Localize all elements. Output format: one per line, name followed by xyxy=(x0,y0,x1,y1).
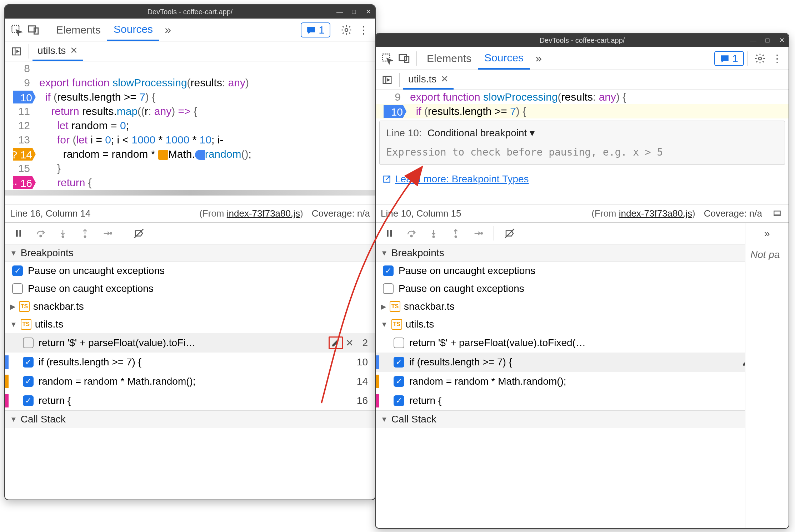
checkbox-checked-icon[interactable]: ✓ xyxy=(23,357,34,368)
messages-badge[interactable]: 1 xyxy=(301,22,330,37)
code-editor[interactable]: 9export function slowProcessing(results:… xyxy=(376,90,789,204)
file-tab-utils[interactable]: utils.ts ✕ xyxy=(32,41,83,61)
breakpoint-item[interactable]: return '$' + parseFloat(value).toFixed(…… xyxy=(376,333,789,353)
collapse-panel-icon[interactable] xyxy=(771,205,784,222)
file-tab-utils[interactable]: utils.ts ✕ xyxy=(403,70,454,90)
navigator-toggle-icon[interactable] xyxy=(379,71,396,88)
separator xyxy=(123,226,123,240)
checkbox-empty-icon[interactable] xyxy=(394,338,404,348)
window-title: DevTools - coffee-cart.app/ xyxy=(540,36,625,45)
checkbox-checked-icon[interactable]: ✓ xyxy=(394,357,404,368)
tab-elements[interactable]: Elements xyxy=(50,19,107,41)
titlebar[interactable]: DevTools - coffee-cart.app/ — □ ✕ xyxy=(376,34,789,47)
code-editor[interactable]: 8 9export function slowProcessing(result… xyxy=(5,61,375,204)
checkbox-checked-icon[interactable]: ✓ xyxy=(394,395,404,406)
breakpoint-type-dropdown[interactable]: Conditional breakpoint ▾ xyxy=(428,126,535,140)
learn-more-link[interactable]: Learn more: Breakpoint Types xyxy=(382,172,782,186)
checkbox-checked-icon[interactable]: ✓ xyxy=(383,265,394,276)
step-over-icon[interactable] xyxy=(401,225,421,242)
minimize-button[interactable]: — xyxy=(335,8,344,16)
navigator-toggle-icon[interactable] xyxy=(8,43,25,60)
svg-point-33 xyxy=(481,232,482,234)
maximize-button[interactable]: □ xyxy=(349,8,359,16)
breakpoint-item[interactable]: return '$' + parseFloat(value).toFi… ✕ 2 xyxy=(5,333,375,353)
checkbox-empty-icon[interactable] xyxy=(383,283,394,294)
breakpoint-item[interactable]: ✓ random = random * Math.random(); 14 xyxy=(5,372,375,391)
breakpoint-item[interactable]: ✓ return { 16 xyxy=(5,391,375,410)
collapse-icon: ▶ xyxy=(381,302,386,311)
titlebar[interactable]: DevTools - coffee-cart.app/ — □ ✕ xyxy=(5,5,375,19)
device-toggle-icon[interactable] xyxy=(25,21,42,39)
settings-icon[interactable] xyxy=(751,50,769,67)
step-over-icon[interactable] xyxy=(31,225,51,242)
checkbox-checked-icon[interactable]: ✓ xyxy=(394,376,404,387)
checkbox-empty-icon[interactable] xyxy=(12,283,23,294)
tab-sources[interactable]: Sources xyxy=(478,47,530,70)
settings-icon[interactable] xyxy=(338,21,355,39)
breakpoint-condition-input[interactable]: Expression to check before pausing, e.g.… xyxy=(386,145,778,159)
messages-badge[interactable]: 1 xyxy=(714,51,744,66)
editor-status-bar: Line 10, Column 15 (From index-73f73a80.… xyxy=(376,204,789,223)
callstack-section-header[interactable]: ▼ Call Stack xyxy=(376,410,789,428)
breakpoint-item[interactable]: ✓ if (results.length >= 7) { ✕ 10 xyxy=(376,353,789,372)
expand-icon: ▼ xyxy=(10,249,17,257)
close-button[interactable]: ✕ xyxy=(777,36,786,44)
step-into-icon[interactable] xyxy=(424,225,444,242)
breakpoints-section-header[interactable]: ▼ Breakpoints xyxy=(376,244,789,262)
horizontal-scrollbar[interactable] xyxy=(5,190,375,196)
step-icon[interactable] xyxy=(468,225,488,242)
more-panels-icon[interactable]: » xyxy=(764,227,770,239)
callstack-section-header[interactable]: ▼ Call Stack xyxy=(5,410,375,428)
breakpoint-file-utils[interactable]: ▼ TS utils.ts xyxy=(5,315,375,333)
tab-elements[interactable]: Elements xyxy=(420,47,478,70)
breakpoint-item[interactable]: ✓ random = random * Math.random(); 14 xyxy=(376,372,789,391)
collapse-icon: ▶ xyxy=(10,302,15,311)
pause-uncaught-row[interactable]: ✓ Pause on uncaught exceptions xyxy=(376,262,789,280)
close-tab-icon[interactable]: ✕ xyxy=(70,45,78,56)
edit-breakpoint-button[interactable] xyxy=(329,336,343,349)
pause-caught-row[interactable]: Pause on caught exceptions xyxy=(5,280,375,298)
expand-icon: ▼ xyxy=(381,320,388,329)
kebab-menu-icon[interactable]: ⋮ xyxy=(355,21,372,39)
maximize-button[interactable]: □ xyxy=(763,37,772,44)
pause-caught-row[interactable]: Pause on caught exceptions xyxy=(376,280,789,298)
more-tabs-icon[interactable]: » xyxy=(159,21,176,39)
close-tab-icon[interactable]: ✕ xyxy=(441,74,449,85)
minimize-button[interactable]: — xyxy=(749,37,758,44)
svg-point-12 xyxy=(84,236,86,238)
inspect-icon[interactable] xyxy=(379,50,396,67)
inspect-icon[interactable] xyxy=(8,21,25,39)
deactivate-breakpoints-icon[interactable] xyxy=(129,225,149,242)
breakpoint-file-utils[interactable]: ▼ TS utils.ts xyxy=(376,315,789,333)
checkbox-empty-icon[interactable] xyxy=(23,338,34,348)
svg-rect-6 xyxy=(16,230,18,237)
remove-breakpoint-icon[interactable]: ✕ xyxy=(346,338,354,349)
expand-icon: ▼ xyxy=(10,415,17,424)
source-file-link[interactable]: index-73f73a80.js xyxy=(619,208,692,219)
debugger-toolbar xyxy=(376,223,789,244)
kebab-menu-icon[interactable]: ⋮ xyxy=(769,50,786,67)
devtools-window-right: DevTools - coffee-cart.app/ — □ ✕ Elemen… xyxy=(375,33,789,529)
breakpoint-file-snackbar[interactable]: ▶ TS snackbar.ts xyxy=(376,298,789,315)
pause-icon[interactable] xyxy=(379,225,399,242)
device-toggle-icon[interactable] xyxy=(396,50,413,67)
svg-rect-25 xyxy=(387,230,389,237)
step-icon[interactable] xyxy=(97,225,117,242)
tab-sources[interactable]: Sources xyxy=(107,19,159,41)
checkbox-checked-icon[interactable]: ✓ xyxy=(23,395,34,406)
breakpoint-item[interactable]: ✓ return { 16 xyxy=(376,391,789,410)
step-out-icon[interactable] xyxy=(75,225,95,242)
pause-icon[interactable] xyxy=(9,225,29,242)
checkbox-checked-icon[interactable]: ✓ xyxy=(12,265,23,276)
breakpoint-item[interactable]: ✓ if (results.length >= 7) { 10 xyxy=(5,353,375,372)
step-out-icon[interactable] xyxy=(446,225,466,242)
pause-uncaught-row[interactable]: ✓ Pause on uncaught exceptions xyxy=(5,262,375,280)
breakpoints-section-header[interactable]: ▼ Breakpoints xyxy=(5,244,375,262)
checkbox-checked-icon[interactable]: ✓ xyxy=(23,376,34,387)
step-into-icon[interactable] xyxy=(53,225,73,242)
close-button[interactable]: ✕ xyxy=(364,8,373,16)
breakpoint-file-snackbar[interactable]: ▶ TS snackbar.ts xyxy=(5,298,375,315)
deactivate-breakpoints-icon[interactable] xyxy=(500,225,520,242)
source-file-link[interactable]: index-73f73a80.js xyxy=(227,208,300,219)
more-tabs-icon[interactable]: » xyxy=(530,50,547,67)
